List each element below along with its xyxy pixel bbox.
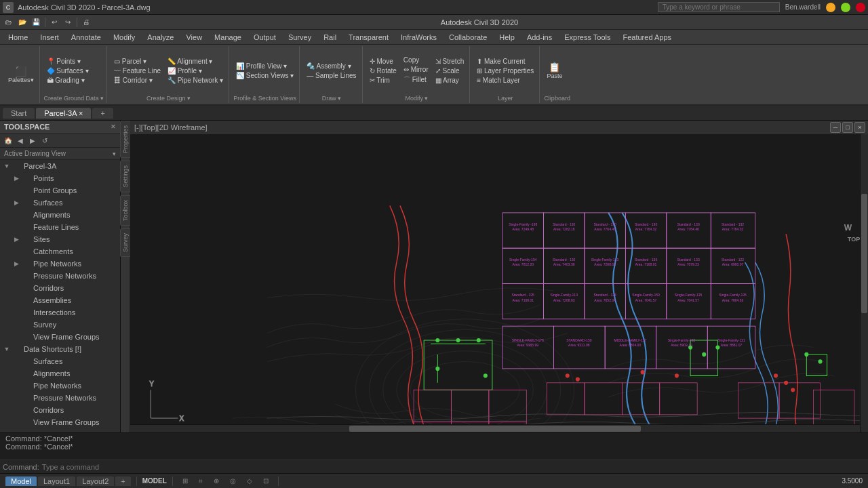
command-input[interactable]: [42, 463, 865, 471]
assembly-button[interactable]: 🔩 Assembly ▾: [304, 62, 359, 70]
qa-save-button[interactable]: 💾: [30, 16, 42, 28]
menu-home[interactable]: Home: [3, 32, 33, 43]
paste-button[interactable]: 📋 Paste: [544, 61, 565, 81]
menu-addins[interactable]: Add-ins: [521, 32, 557, 43]
menu-modify[interactable]: Modify: [108, 32, 140, 43]
tree-item-intersections[interactable]: Intersections: [0, 306, 120, 319]
qa-plot-button[interactable]: 🖨: [80, 16, 92, 28]
tree-item-surfaces[interactable]: Surfaces: [0, 355, 120, 367]
ts-home-button[interactable]: 🏠: [3, 135, 14, 146]
layout1-tab[interactable]: Layout1: [38, 476, 75, 486]
menu-insert[interactable]: Insert: [35, 32, 64, 43]
profile-view-button[interactable]: 📊 Profile View ▾: [233, 62, 296, 70]
tree-item-pressure-networks[interactable]: Pressure Networks: [0, 270, 120, 282]
vertical-scrollbar-thumb[interactable]: [861, 194, 867, 313]
menu-expresstools[interactable]: Express Tools: [559, 32, 616, 43]
match-layer-button[interactable]: ≡ Match Layer: [474, 76, 536, 85]
minimize-button[interactable]: [826, 3, 835, 12]
tree-item-feature-lines[interactable]: Feature Lines: [0, 221, 120, 233]
section-views-button[interactable]: 📉 Section Views ▾: [233, 71, 296, 80]
ts-back-button[interactable]: ◀: [15, 135, 26, 146]
stretch-button[interactable]: ⇲ Stretch: [433, 57, 467, 66]
points-button[interactable]: 📍 Points ▾: [44, 57, 92, 66]
move-button[interactable]: ✛ Move: [367, 57, 399, 66]
palettes-button[interactable]: ⬛ Palettes▾: [5, 65, 37, 85]
menu-survey[interactable]: Survey: [283, 32, 317, 43]
tree-item-point-groups[interactable]: Point Groups: [0, 184, 120, 197]
sample-lines-button[interactable]: — Sample Lines: [304, 71, 359, 80]
vp-minimize-button[interactable]: ─: [830, 122, 841, 133]
menu-view[interactable]: View: [180, 32, 208, 43]
pipe-network-button[interactable]: 🔧 Pipe Network ▾: [165, 76, 226, 85]
layout2-tab[interactable]: Layout2: [77, 476, 114, 486]
ts-forward-button[interactable]: ▶: [27, 135, 38, 146]
doc-tab-new[interactable]: +: [92, 108, 113, 119]
status-polar-button[interactable]: ◎: [226, 476, 240, 485]
active-drawing-dropdown[interactable]: ▾: [113, 150, 116, 157]
tree-item-alignments[interactable]: Alignments: [0, 209, 120, 221]
tree-item-pressure-networks[interactable]: Pressure Networks: [0, 392, 120, 404]
copy-button[interactable]: Copy: [401, 56, 431, 64]
menu-rail[interactable]: Rail: [318, 32, 342, 43]
qa-new-button[interactable]: 🗁: [3, 16, 15, 28]
tree-item-data-shortcuts-[!][interactable]: ▼Data Shortcuts [!]: [0, 343, 120, 355]
grading-button[interactable]: 🏔 Grading ▾: [44, 76, 92, 85]
array-button[interactable]: ▦ Array: [433, 76, 467, 85]
search-input[interactable]: [658, 2, 780, 12]
toolbox-tab[interactable]: Toolbox: [120, 195, 131, 226]
horizontal-scrollbar-thumb[interactable]: [349, 426, 641, 432]
tree-item-pipe-networks[interactable]: Pipe Networks: [0, 380, 120, 392]
maximize-button[interactable]: [841, 3, 850, 12]
tree-item-view-frame-groups[interactable]: View Frame Groups: [0, 416, 120, 428]
close-button[interactable]: [856, 3, 865, 12]
profile-button[interactable]: 📈 Profile ▾: [165, 66, 226, 75]
vp-maximize-button[interactable]: □: [842, 122, 853, 133]
menu-collaborate[interactable]: Collaborate: [443, 32, 492, 43]
tree-item-sites[interactable]: ▶Sites: [0, 233, 120, 245]
model-tab[interactable]: Model: [5, 476, 37, 486]
trim-button[interactable]: ✂ Trim: [367, 76, 399, 85]
tree-item-survey[interactable]: Survey: [0, 319, 120, 331]
alignment-button[interactable]: 📏 Alignment ▾: [165, 57, 226, 66]
corridor-button[interactable]: 🛤 Corridor ▾: [111, 76, 163, 85]
status-otrack-button[interactable]: ⊡: [259, 476, 273, 485]
settings-tab[interactable]: Settings: [120, 161, 131, 192]
horizontal-scrollbar[interactable]: [130, 424, 860, 432]
vertical-scrollbar[interactable]: [860, 134, 868, 432]
vp-close-button[interactable]: ×: [854, 122, 865, 133]
status-osnap-button[interactable]: ◇: [243, 476, 256, 485]
status-grid-button[interactable]: ⌗: [195, 476, 207, 486]
feature-line-button[interactable]: 〰 Feature Line: [111, 66, 163, 75]
tree-item-view-frame-groups[interactable]: View Frame Groups: [0, 331, 120, 343]
menu-transparent[interactable]: Transparent: [343, 32, 394, 43]
status-snap-button[interactable]: ⊞: [178, 476, 192, 485]
qa-redo-button[interactable]: ↪: [62, 16, 74, 28]
tree-item-pipe-networks[interactable]: ▶Pipe Networks: [0, 258, 120, 270]
menu-output[interactable]: Output: [248, 32, 281, 43]
qa-undo-button[interactable]: ↩: [48, 16, 60, 28]
menu-infraworks[interactable]: InfraWorks: [395, 32, 442, 43]
tree-item-surfaces[interactable]: ▶Surfaces: [0, 197, 120, 209]
scale-button[interactable]: ⤢ Scale: [433, 66, 467, 75]
tree-item-alignments[interactable]: Alignments: [0, 367, 120, 380]
rotate-button[interactable]: ↻ Rotate: [367, 66, 399, 75]
parcel-button[interactable]: ▭ Parcel ▾: [111, 57, 163, 66]
menu-help[interactable]: Help: [494, 32, 520, 43]
tree-item-corridors[interactable]: Corridors: [0, 404, 120, 416]
doc-tab-start[interactable]: Start: [3, 108, 35, 119]
tree-item-corridors[interactable]: Corridors: [0, 282, 120, 294]
properties-tab[interactable]: Properties: [120, 121, 131, 158]
status-ortho-button[interactable]: ⊕: [210, 476, 223, 485]
tree-item-assemblies[interactable]: Assemblies: [0, 294, 120, 306]
menu-manage[interactable]: Manage: [209, 32, 247, 43]
surfaces-button[interactable]: 🔷 Surfaces ▾: [44, 66, 92, 75]
tree-item-parcel-3a[interactable]: ▼Parcel-3A: [0, 160, 120, 172]
make-current-button[interactable]: ⬆ Make Current: [474, 57, 536, 66]
layer-properties-button[interactable]: ⊞ Layer Properties: [474, 66, 536, 75]
mirror-button[interactable]: ⇔ Mirror: [401, 65, 431, 74]
tree-item-points[interactable]: ▶Points: [0, 172, 120, 184]
ts-refresh-button[interactable]: ↺: [39, 135, 50, 146]
fillet-button[interactable]: ⌒ Fillet: [401, 75, 431, 85]
survey-tab[interactable]: Survey: [120, 228, 131, 257]
doc-tab-parcel3a[interactable]: Parcel-3A ×: [36, 108, 91, 119]
